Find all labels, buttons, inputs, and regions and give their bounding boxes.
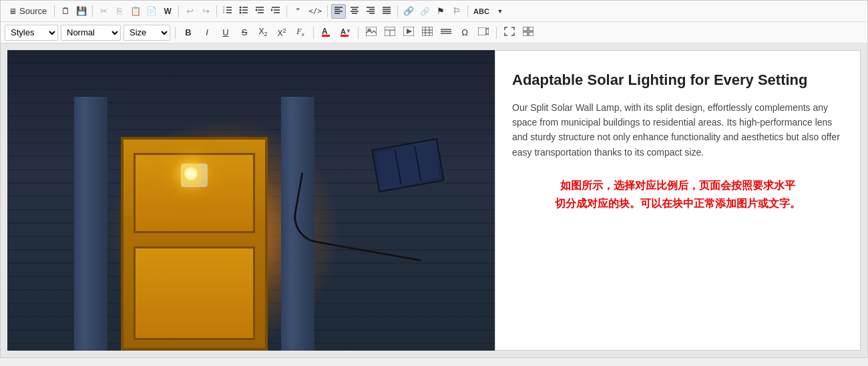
table-icon [422, 27, 433, 38]
copy-icon: ⎘ [117, 6, 122, 16]
unordered-list-icon [239, 5, 248, 17]
hr-btn[interactable] [438, 25, 454, 41]
align-right-btn[interactable] [363, 4, 378, 19]
table-insert-icon [385, 27, 395, 38]
source-label: Source [19, 6, 47, 16]
fullscreen-icon [504, 27, 515, 38]
outdent-btn[interactable] [252, 4, 267, 19]
blockquote-btn[interactable]: " [290, 4, 305, 19]
subscript-icon: X2 [258, 27, 267, 37]
redo-btn[interactable]: ↪ [198, 4, 213, 19]
italic-icon: I [206, 27, 208, 37]
ordered-list-icon: 123 [223, 5, 232, 17]
block-btn[interactable] [520, 25, 536, 41]
svg-rect-58 [529, 27, 533, 31]
content-area: Adaptable Solar Lighting for Every Setti… [1, 43, 867, 357]
copy-icon-btn[interactable]: ⎘ [112, 4, 127, 19]
bg-color-button[interactable]: A ▼ [337, 25, 353, 41]
file-icon-btn[interactable]: 🗒 [58, 4, 73, 19]
image-btn[interactable] [363, 25, 379, 41]
underline-button[interactable]: U [218, 25, 234, 41]
redo-icon: ↪ [202, 6, 210, 16]
code-icon: </> [308, 7, 322, 15]
align-right-icon [366, 5, 375, 17]
unordered-list-btn[interactable] [236, 4, 251, 19]
table-btn[interactable] [419, 25, 435, 41]
spellcheck-icon: ABC [473, 7, 489, 15]
justify-btn[interactable] [379, 4, 394, 19]
svg-text:▼: ▼ [346, 28, 351, 34]
anchor-btn[interactable]: ⚑ [433, 4, 448, 19]
source-button[interactable]: 🖥 Source [5, 4, 51, 19]
bg-color-icon: A ▼ [340, 26, 351, 39]
subscript-button[interactable]: X2 [255, 25, 271, 41]
svg-rect-60 [529, 32, 533, 36]
size-select[interactable]: Size [124, 25, 170, 41]
align-left-btn[interactable] [331, 4, 346, 19]
solar-image [7, 50, 495, 351]
normal-select[interactable]: Normal [61, 25, 121, 41]
chinese-notice-line2: 切分成对应的块。可以在块中正常添加图片或文字。 [512, 194, 843, 212]
source-icon: 🖥 [9, 7, 17, 16]
embed-btn[interactable] [401, 25, 417, 41]
bold-button[interactable]: B [180, 25, 196, 41]
align-center-btn[interactable] [347, 4, 362, 19]
image-icon [366, 27, 377, 38]
svg-marker-47 [407, 29, 412, 34]
paste-text-btn[interactable]: 📄 [144, 4, 159, 19]
spellcheck-btn[interactable]: ABC [471, 4, 491, 19]
align-left-icon [334, 5, 343, 17]
superscript-icon: X2 [277, 27, 286, 38]
block-icon [523, 27, 533, 38]
align-center-icon [350, 5, 359, 17]
svg-text:A: A [322, 27, 328, 36]
save-icon-btn[interactable]: 💾 [74, 4, 89, 19]
special-char-btn[interactable]: Ω [457, 25, 473, 41]
spellcheck-dropdown-btn[interactable]: ▼ [493, 4, 507, 19]
separator-t2-1 [175, 27, 176, 39]
remove-format-icon: Fx [296, 27, 304, 37]
svg-rect-37 [322, 35, 330, 37]
cut-icon: ✂ [100, 6, 107, 16]
right-text-panel: Adaptable Solar Lighting for Every Setti… [495, 50, 861, 351]
svg-point-6 [240, 7, 242, 9]
strikethrough-button[interactable]: S [236, 25, 252, 41]
svg-marker-19 [271, 9, 273, 11]
indent-btn[interactable] [268, 4, 283, 19]
special-char-icon: Ω [461, 27, 468, 37]
cut-icon-btn[interactable]: ✂ [96, 4, 111, 19]
outdent-icon [255, 5, 264, 17]
flag-icon: ⚐ [453, 6, 461, 16]
unlink-icon: 🔗 [420, 7, 430, 16]
unlink-btn[interactable]: 🔗 [417, 4, 432, 19]
ordered-list-btn[interactable]: 123 [220, 4, 235, 19]
video-btn[interactable] [475, 25, 491, 41]
svg-rect-59 [523, 32, 527, 36]
fullscreen-btn[interactable] [501, 25, 517, 41]
separator-t2-3 [358, 27, 359, 39]
embed-icon [403, 27, 414, 38]
undo-btn[interactable]: ↩ [182, 4, 197, 19]
separator-8 [467, 5, 468, 17]
table-insert-btn[interactable] [382, 25, 398, 41]
paste-word-btn[interactable]: W [160, 4, 175, 19]
separator-t2-2 [313, 27, 314, 39]
superscript-button[interactable]: X2 [274, 25, 290, 41]
bold-icon: B [185, 27, 191, 37]
styles-select[interactable]: Styles [5, 25, 58, 41]
separator-5 [286, 5, 287, 17]
flag-btn[interactable]: ⚐ [449, 4, 464, 19]
separator-3 [178, 5, 179, 17]
paste-text-icon: 📄 [146, 6, 157, 16]
content-title: Adaptable Solar Lighting for Every Setti… [512, 71, 843, 90]
separator-1 [54, 5, 55, 17]
save-icon: 💾 [76, 6, 87, 16]
italic-button[interactable]: I [199, 25, 215, 41]
remove-format-button[interactable]: Fx [292, 25, 308, 41]
code-btn[interactable]: </> [306, 4, 324, 19]
svg-rect-57 [523, 27, 527, 31]
link-btn[interactable]: 🔗 [401, 4, 416, 19]
font-color-button[interactable]: A [318, 25, 335, 41]
paste-icon-btn[interactable]: 📋 [128, 4, 143, 19]
justify-icon [382, 5, 391, 17]
